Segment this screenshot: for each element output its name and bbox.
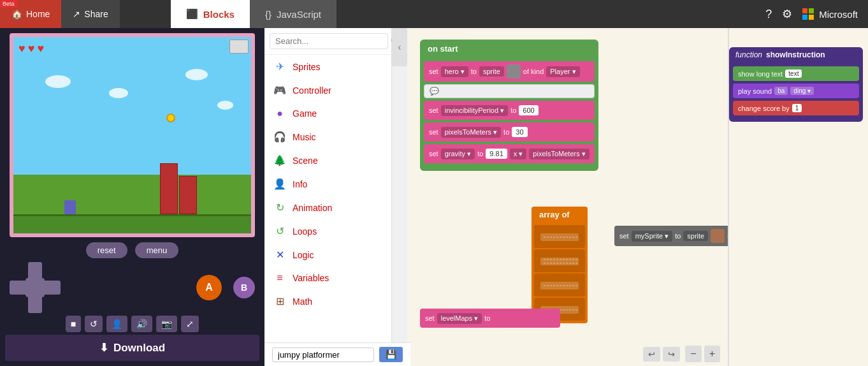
block-item-animation[interactable]: ↻ Animation xyxy=(264,196,391,219)
dpad-up[interactable] xyxy=(28,262,42,280)
block-item-variables[interactable]: ≡ Variables xyxy=(264,267,391,289)
project-bar: 💾 xyxy=(264,342,410,366)
info-icon: 👤 xyxy=(273,178,286,190)
dpad-left[interactable] xyxy=(10,281,27,295)
undo-button[interactable]: ↩ xyxy=(643,347,660,362)
gravity-token[interactable]: gravity ▾ xyxy=(441,149,475,159)
cloud-3 xyxy=(185,69,208,80)
block-item-sprites[interactable]: ✈ Sprites xyxy=(264,55,391,78)
array-group: array of xyxy=(532,207,588,323)
levelmaps-token[interactable]: levelMaps ▾ xyxy=(437,313,482,324)
stop-button[interactable]: ■ xyxy=(66,316,81,332)
array-item-1[interactable] xyxy=(534,225,585,248)
invincibility-val[interactable]: 600 xyxy=(519,105,538,115)
set-level-label: set xyxy=(425,314,435,322)
function-header: function showInstruction xyxy=(729,47,863,62)
gravity-val[interactable]: 9.81 xyxy=(486,149,507,159)
block-item-logic[interactable]: ✕ Logic xyxy=(264,243,391,267)
show-long-text-label: show long text xyxy=(738,70,783,78)
search-input[interactable] xyxy=(270,33,388,49)
change-score-row[interactable]: change score by 1 xyxy=(733,101,859,115)
game-icon: ● xyxy=(273,108,286,119)
js-icon: {} xyxy=(265,9,271,20)
button-a[interactable]: A xyxy=(196,275,222,300)
code-area[interactable]: on start set hero ▾ to sprite of kind Pl… xyxy=(407,28,728,366)
block-item-scene[interactable]: 🌲 Scene xyxy=(264,149,391,172)
zoom-in-button[interactable]: + xyxy=(704,346,720,362)
text-token[interactable]: text xyxy=(785,70,802,78)
save-button[interactable]: 💾 xyxy=(379,347,403,362)
download-button[interactable]: ⬇ Download xyxy=(5,335,259,361)
microsoft-logo: Microsoft xyxy=(802,8,858,20)
set-mysprite-row[interactable]: set mySprite ▾ to sprite of kind xyxy=(614,226,728,246)
array-item-2[interactable] xyxy=(534,249,585,272)
camera-button[interactable]: 📷 xyxy=(156,316,177,332)
dpad-right[interactable] xyxy=(43,281,61,295)
array-item-3[interactable] xyxy=(534,274,585,296)
tab-javascript[interactable]: {} JavaScript xyxy=(250,0,336,28)
block-item-loops[interactable]: ↺ Loops xyxy=(264,219,391,243)
set-gravity-row[interactable]: set gravity ▾ to 9.81 x ▾ pixelsToMeters… xyxy=(424,144,595,163)
music-label: Music xyxy=(293,132,316,142)
sprite-preview-2[interactable] xyxy=(711,229,725,243)
music-icon: 🎧 xyxy=(273,131,286,143)
set-hero-row[interactable]: set hero ▾ to sprite of kind Player ▾ xyxy=(424,61,595,82)
pixels-ref-token[interactable]: pixelsToMeters ▾ xyxy=(529,149,589,159)
menu-button[interactable]: menu xyxy=(135,242,179,258)
set-label-4: set xyxy=(429,150,438,157)
scene-icon: 🌲 xyxy=(273,154,286,166)
reset-button[interactable]: reset xyxy=(86,242,127,258)
set-levelmaps-row[interactable]: set levelMaps ▾ to xyxy=(420,309,560,328)
settings-button[interactable]: ⚙ xyxy=(782,7,792,21)
array-header: array of xyxy=(532,207,588,223)
block-item-math[interactable]: ⊞ Math xyxy=(264,289,391,313)
search-bar: 🔍 xyxy=(264,28,391,55)
heart-3: ♥ xyxy=(37,42,44,55)
edit-sprite-button[interactable]: 👤 xyxy=(106,316,127,332)
collapse-sidebar-button[interactable]: ‹ xyxy=(392,28,407,66)
dpad-down[interactable] xyxy=(28,295,42,313)
share-button[interactable]: ↗ Share xyxy=(61,0,119,28)
to-label-4: to xyxy=(477,150,483,157)
block-item-music[interactable]: 🎧 Music xyxy=(264,125,391,149)
sound-button[interactable]: 🔊 xyxy=(131,316,152,332)
sprite-token-2[interactable]: sprite xyxy=(683,231,708,241)
player-token[interactable]: Player ▾ xyxy=(546,66,579,77)
pixels-token[interactable]: pixelsToMeters ▾ xyxy=(441,127,501,138)
level-maps-group: set levelMaps ▾ to xyxy=(420,309,560,330)
on-start-body: set hero ▾ to sprite of kind Player ▾ 💬 xyxy=(420,57,598,171)
ab-buttons: A B xyxy=(196,275,255,300)
restart-button[interactable]: ↺ xyxy=(85,316,103,332)
sprite-token[interactable]: sprite xyxy=(479,66,504,77)
mysprite-token[interactable]: mySprite ▾ xyxy=(632,231,672,242)
ground xyxy=(13,214,251,233)
sprite-preview[interactable] xyxy=(507,64,521,78)
block-item-info[interactable]: 👤 Info xyxy=(264,172,391,196)
fullscreen-button[interactable]: ⤢ xyxy=(181,316,199,332)
project-name-input[interactable] xyxy=(272,348,374,362)
redo-button[interactable]: ↪ xyxy=(663,347,680,362)
help-button[interactable]: ? xyxy=(765,8,772,21)
heart-1: ♥ xyxy=(18,42,25,55)
block-item-controller[interactable]: 🎮 Controller xyxy=(264,78,391,102)
tab-blocks[interactable]: ⬛ Blocks xyxy=(171,0,250,28)
play-sound-row[interactable]: play sound ba ding ▾ xyxy=(733,84,859,98)
show-long-text-row[interactable]: show long text text xyxy=(733,66,859,81)
invincibility-token[interactable]: invincibilityPeriod ▾ xyxy=(441,105,508,116)
game-background xyxy=(13,37,251,233)
kind-label: of kind xyxy=(523,68,544,75)
score-val-token[interactable]: 1 xyxy=(792,104,802,112)
button-b[interactable]: B xyxy=(233,277,255,298)
set-invincibility-row[interactable]: set invincibilityPeriod ▾ to 600 xyxy=(424,101,595,120)
set-pixels-row[interactable]: set pixelsToMeters ▾ to 30 xyxy=(424,122,595,142)
corner-box xyxy=(229,40,249,54)
ba-token[interactable]: ba xyxy=(774,87,788,95)
to-label-3: to xyxy=(503,128,509,136)
block-item-game[interactable]: ● Game xyxy=(264,102,391,125)
hero-var-token[interactable]: hero ▾ xyxy=(441,66,468,77)
ding-token[interactable]: ding ▾ xyxy=(790,87,814,95)
pixels-val[interactable]: 30 xyxy=(512,127,527,137)
x-token[interactable]: x ▾ xyxy=(510,149,527,159)
dpad[interactable] xyxy=(10,262,61,313)
zoom-out-button[interactable]: − xyxy=(685,346,701,362)
